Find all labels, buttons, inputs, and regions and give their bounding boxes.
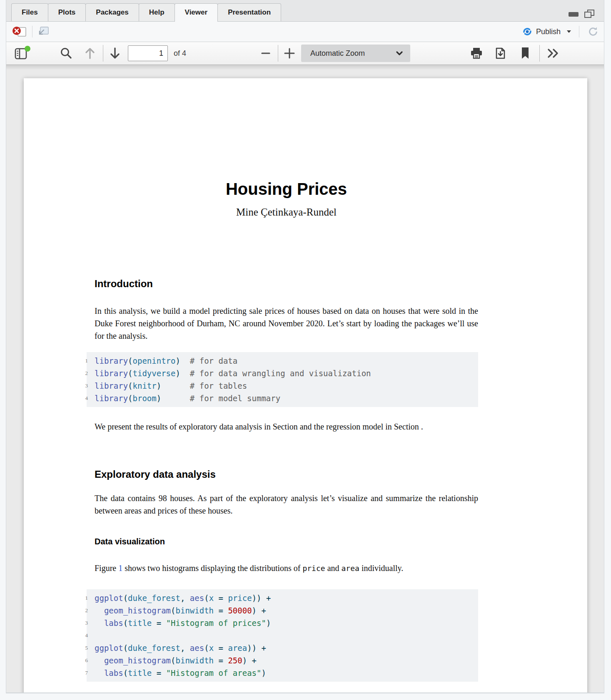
toolbar-divider xyxy=(579,26,579,37)
window-icon xyxy=(40,27,48,34)
code-line: 1ggplot(duke_forest, aes(x = price)) + xyxy=(95,592,478,604)
next-page-button[interactable] xyxy=(109,46,121,60)
publish-button[interactable] xyxy=(522,27,532,37)
more-tools-button[interactable] xyxy=(545,47,560,60)
code-line: 3 labs(title = "Histogram of prices") xyxy=(95,617,478,629)
line-number: 3 xyxy=(75,380,88,392)
toolbar-divider xyxy=(32,26,32,37)
line-number: 3 xyxy=(75,617,88,629)
line-number: 4 xyxy=(75,629,88,642)
refresh-icon xyxy=(587,26,599,37)
zoom-select[interactable]: Automatic Zoom xyxy=(301,45,410,62)
document-author: Mine Çetinkaya-Rundel xyxy=(95,206,478,218)
stop-button[interactable] xyxy=(12,25,28,38)
code-line: 4library(broom) # for model summary xyxy=(95,392,478,405)
zoom-out-button[interactable] xyxy=(259,47,272,60)
code-block-ggplot: 1ggplot(duke_forest, aes(x = price)) +2 … xyxy=(87,589,478,682)
zoom-in-button[interactable] xyxy=(283,47,296,60)
open-new-window-button[interactable] xyxy=(37,26,49,37)
text-run: shows two histograms displaying the dist… xyxy=(122,563,302,573)
tab-packages[interactable]: Packages xyxy=(85,3,139,21)
text-run: individually. xyxy=(359,563,403,573)
code-line: 2library(tidyverse) # for data wrangling… xyxy=(95,367,478,380)
tab-presentation[interactable]: Presentation xyxy=(217,3,281,21)
tab-viewer[interactable]: Viewer xyxy=(175,3,218,22)
paragraph-figure: Figure 1 shows two histograms displaying… xyxy=(95,562,478,575)
maximize-pane-button[interactable] xyxy=(584,9,595,18)
line-number: 1 xyxy=(75,355,88,367)
refresh-button[interactable] xyxy=(587,26,599,37)
code-line: 4 xyxy=(95,629,478,642)
publish-label[interactable]: Publish xyxy=(536,27,561,36)
arrow-down-icon xyxy=(109,46,121,60)
pdf-viewer-area[interactable]: Housing Prices Mine Çetinkaya-Rundel Int… xyxy=(6,65,604,693)
search-icon xyxy=(60,47,73,60)
line-number: 4 xyxy=(75,392,88,405)
bookmark-button[interactable] xyxy=(520,47,530,60)
viewer-pane: FilesPlotsPackagesHelpViewerPresentation xyxy=(6,0,604,693)
code-line: 7 labs(title = "Histogram of areas") xyxy=(95,667,478,679)
line-number: 5 xyxy=(75,642,88,654)
toolbar-divider xyxy=(278,45,278,62)
line-number: 2 xyxy=(75,604,88,617)
toolbar-divider xyxy=(103,45,103,62)
line-number: 7 xyxy=(75,667,88,679)
code-line: 2 geom_histogram(binwidth = 50000) + xyxy=(95,604,478,617)
document-title: Housing Prices xyxy=(95,180,478,199)
code-line: 6 geom_histogram(binwidth = 250) + xyxy=(95,654,478,667)
text-run: and xyxy=(325,563,342,573)
line-number: 6 xyxy=(75,654,88,667)
line-number: 2 xyxy=(75,367,88,380)
arrow-up-icon xyxy=(84,46,96,60)
chevron-down-icon xyxy=(395,50,404,57)
zoom-select-value: Automatic Zoom xyxy=(310,49,395,58)
page-number-input[interactable] xyxy=(128,45,168,61)
inline-code: area xyxy=(342,564,359,573)
code-line: 1library(openintro) # for data xyxy=(95,355,478,367)
text-run: Figure xyxy=(95,563,118,573)
tab-plots[interactable]: Plots xyxy=(48,3,86,21)
code-block-libraries: 1library(openintro) # for data2library(t… xyxy=(87,352,478,407)
paragraph-eda: The data contains 98 houses. As part of … xyxy=(95,492,478,517)
line-number: 1 xyxy=(75,592,88,604)
print-icon xyxy=(469,47,484,60)
find-button[interactable] xyxy=(60,47,73,60)
previous-page-button[interactable] xyxy=(84,46,96,60)
download-icon xyxy=(494,47,507,60)
code-line: 3library(knitr) # for tables xyxy=(95,380,478,392)
figure-link[interactable]: 1 xyxy=(118,563,122,573)
minimize-pane-button[interactable] xyxy=(568,9,579,18)
print-button[interactable] xyxy=(469,47,484,60)
sidebar-toggle-button[interactable] xyxy=(14,45,30,61)
code-line: 5ggplot(duke_forest, aes(x = area)) + xyxy=(95,642,478,654)
download-button[interactable] xyxy=(494,47,507,60)
heading-eda: Exploratory data analysis xyxy=(95,469,216,480)
page-count-label: of 4 xyxy=(174,49,186,58)
plus-icon xyxy=(283,47,296,60)
sidebar-badge xyxy=(25,46,30,52)
pdf-toolbar: of 4 Automatic Zoom xyxy=(6,42,604,65)
publish-dropdown-caret[interactable] xyxy=(567,30,571,33)
publish-icon xyxy=(522,27,532,37)
toolbar-divider xyxy=(539,45,540,62)
paragraph-intro: In this analysis, we build a model predi… xyxy=(95,305,478,342)
heading-introduction: Introduction xyxy=(95,278,153,290)
tab-help[interactable]: Help xyxy=(139,3,175,21)
viewer-toolbar: Publish xyxy=(6,22,604,42)
viewer-pane-tabs: FilesPlotsPackagesHelpViewerPresentation xyxy=(6,0,604,22)
bookmark-icon xyxy=(520,47,530,60)
pdf-page: Housing Prices Mine Çetinkaya-Rundel Int… xyxy=(24,78,587,693)
double-chevron-right-icon xyxy=(545,47,560,60)
tab-files[interactable]: Files xyxy=(11,3,48,21)
heading-data-visualization: Data visualization xyxy=(95,537,165,546)
paragraph-present: We present the results of exploratory da… xyxy=(95,420,478,433)
inline-code: price xyxy=(302,564,325,573)
minus-icon xyxy=(259,47,272,60)
